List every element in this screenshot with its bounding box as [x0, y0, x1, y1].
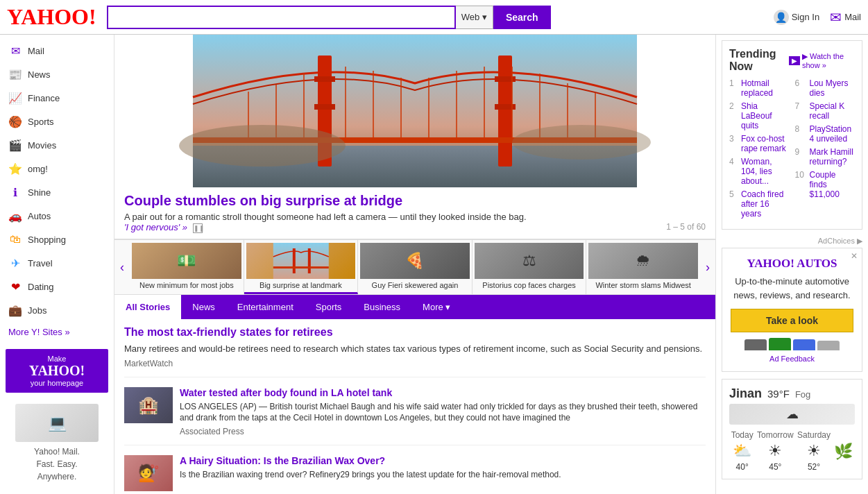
dating-icon: ❤ [8, 280, 22, 293]
trending-link-7[interactable]: Special K recall [810, 101, 856, 121]
tab-all-stories[interactable]: All Stories [114, 295, 181, 319]
weather-tomorrow: Tomorrow ☀ 45° [757, 430, 794, 472]
search-button[interactable]: Search [493, 6, 551, 29]
sidebar-label-shine: Shine [28, 187, 51, 198]
sidebar-item-autos[interactable]: 🚗 Autos [0, 204, 114, 228]
trending-title: Trending Now [729, 48, 789, 73]
sidebar-label-news: News [28, 69, 51, 80]
hero-title-link[interactable]: Couple stumbles on big surprise at bridg… [124, 193, 706, 209]
thumb-img-1 [246, 243, 356, 279]
sidebar-label-mail: Mail [28, 46, 44, 56]
mail-area[interactable]: ✉ Mail [830, 9, 861, 26]
trending-link-9[interactable]: Mark Hamill returning? [810, 147, 856, 167]
mail-nav-icon: ✉ [8, 44, 22, 58]
sidebar-item-omg[interactable]: ⭐ omg! [0, 157, 114, 180]
watch-show-link[interactable]: ▶ ▶ Watch the show » [789, 52, 855, 69]
svg-point-23 [512, 125, 651, 160]
sidebar-item-shine[interactable]: ℹ Shine [0, 180, 114, 204]
trending-num-3: 3 [729, 134, 739, 153]
shine-icon: ℹ [8, 185, 22, 199]
trending-num-6: 6 [795, 78, 808, 98]
hero-counter: 1 – 5 of 60 [666, 222, 706, 232]
thumb-prev-arrow[interactable]: ‹ [114, 257, 130, 278]
tab-more[interactable]: More ▾ [411, 295, 461, 319]
pause-button[interactable]: ❚❚ [193, 223, 203, 233]
ad-close-icon[interactable]: ✕ [851, 251, 858, 261]
thumb-label-0: New minimum for most jobs [139, 281, 234, 289]
sidebar-item-jobs[interactable]: 💼 Jobs [0, 298, 114, 322]
sidebar-item-dating[interactable]: ❤ Dating [0, 275, 114, 298]
sidebar-item-movies[interactable]: 🎬 Movies [0, 133, 114, 157]
story-desc-1: Is the Brazilian waxing trend over? Refi… [180, 469, 561, 481]
story-title-0[interactable]: Water tested after body found in LA hote… [180, 387, 706, 398]
thumb-img-2: 🍕 [360, 243, 470, 279]
svg-rect-5 [314, 104, 335, 110]
trending-item-4: 4 Woman, 104, lies about... [729, 157, 790, 186]
shopping-icon: 🛍 [8, 232, 22, 246]
thumb-item-2[interactable]: 🍕 Guy Fieri skewered again [358, 240, 473, 294]
trending-num-10: 10 [795, 170, 808, 199]
trending-num-7: 7 [795, 101, 808, 121]
promo-yahoo: YAHOO! [11, 363, 103, 379]
ad-cta-button[interactable]: Take a look [731, 309, 853, 332]
hero-image [114, 35, 715, 187]
trending-link-2[interactable]: Shia LaBeouf quits [741, 101, 790, 130]
thumb-item-4[interactable]: 🌨 Winter storm slams Midwest [586, 240, 700, 294]
sidebar-item-finance[interactable]: 📈 Finance [0, 86, 114, 110]
sidebar-more-sites[interactable]: More Y! Sites » [0, 322, 114, 342]
trending-link-10[interactable]: Couple finds $11,000 [810, 170, 856, 199]
trending-link-8[interactable]: PlayStation 4 unveiled [810, 124, 856, 144]
ad-feedback-link[interactable]: Ad Feedback [731, 355, 853, 363]
layout: ✉ Mail 📰 News 📈 Finance 🏀 Sports 🎬 Movie… [0, 35, 868, 494]
weather-tomorrow-temp: 45° [757, 462, 794, 472]
trending-item-9: 9 Mark Hamill returning? [795, 147, 856, 167]
sports-icon: 🏀 [8, 114, 22, 128]
svg-rect-27 [273, 266, 328, 269]
sidebar-item-mail[interactable]: ✉ Mail [0, 39, 114, 62]
hero-section: Couple stumbles on big surprise at bridg… [114, 35, 715, 239]
weather-widget: Jinan 39°F Fog ☁ Today ⛅ 40° Tomorrow ☀ … [722, 379, 862, 479]
featured-story-title[interactable]: The most tax-friendly states for retiree… [124, 326, 706, 339]
trending-link-6[interactable]: Lou Myers dies [810, 78, 856, 98]
svg-point-22 [179, 125, 346, 167]
thumb-item-0[interactable]: 💵 New minimum for most jobs [130, 240, 244, 294]
tab-entertainment[interactable]: Entertainment [226, 295, 305, 319]
story-title-1[interactable]: A Hairy Situation: Is the Brazilian Wax … [180, 455, 561, 466]
jobs-icon: 💼 [8, 303, 22, 317]
tab-business[interactable]: Business [352, 295, 411, 319]
sidebar-item-news[interactable]: 📰 News [0, 62, 114, 86]
thumb-item-3[interactable]: ⚖ Pistorius cop faces charges [473, 240, 587, 294]
trending-link-1[interactable]: Hotmail replaced [741, 78, 790, 98]
trending-link-3[interactable]: Fox co-host rape remark [741, 134, 790, 153]
ad-text: Up-to-the-minute automotive news, review… [731, 275, 853, 302]
thumb-item-1[interactable]: Big surprise at landmark [244, 240, 359, 294]
trending-link-5[interactable]: Coach fired after 16 years [741, 189, 790, 219]
promo-your-hp: your homepage [11, 379, 103, 387]
make-yahoo-homepage-promo[interactable]: Make YAHOO! your homepage [6, 349, 108, 393]
omg-icon: ⭐ [8, 162, 22, 176]
weather-tomorrow-icon: ☀ [757, 442, 794, 460]
search-input[interactable] [107, 6, 456, 29]
sidebar-label-omg: omg! [28, 164, 48, 174]
sidebar-item-sports[interactable]: 🏀 Sports [0, 110, 114, 133]
thumb-label-3: Pistorius cop faces charges [482, 281, 576, 289]
sidebar-label-finance: Finance [28, 93, 60, 103]
featured-story-source: MarketWatch [124, 359, 173, 368]
signin-area[interactable]: 👤 Sign In [774, 10, 819, 25]
story-tabs: All Stories News Entertainment Sports Bu… [114, 295, 715, 319]
sidebar-item-travel[interactable]: ✈ Travel [0, 251, 114, 275]
trending-link-4[interactable]: Woman, 104, lies about... [741, 157, 790, 186]
svg-rect-24 [273, 243, 328, 279]
tab-sports[interactable]: Sports [305, 295, 353, 319]
weather-saturday-name: Saturday [797, 430, 831, 440]
weather-condition: Fog [795, 389, 810, 400]
search-type-button[interactable]: Web ▾ [456, 6, 493, 29]
trending-header: Trending Now ▶ ▶ Watch the show » [729, 48, 855, 73]
tab-news[interactable]: News [181, 295, 226, 319]
trending-item-10: 10 Couple finds $11,000 [795, 170, 856, 199]
sidebar-label-travel: Travel [28, 258, 53, 269]
hero-link[interactable]: 'I got nervous' » [124, 222, 187, 232]
sidebar-item-shopping[interactable]: 🛍 Shopping [0, 228, 114, 251]
yahoo-logo[interactable]: YAHOO! [7, 4, 96, 30]
thumb-next-arrow[interactable]: › [700, 257, 715, 278]
